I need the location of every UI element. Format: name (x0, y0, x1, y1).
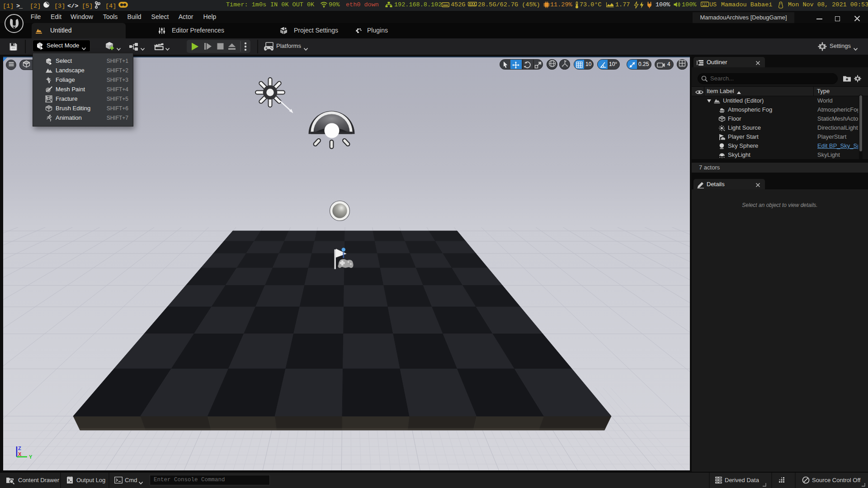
svg-text:Y: Y (29, 454, 33, 460)
svg-text:Z: Z (18, 446, 21, 451)
svg-text:X: X (18, 451, 22, 457)
